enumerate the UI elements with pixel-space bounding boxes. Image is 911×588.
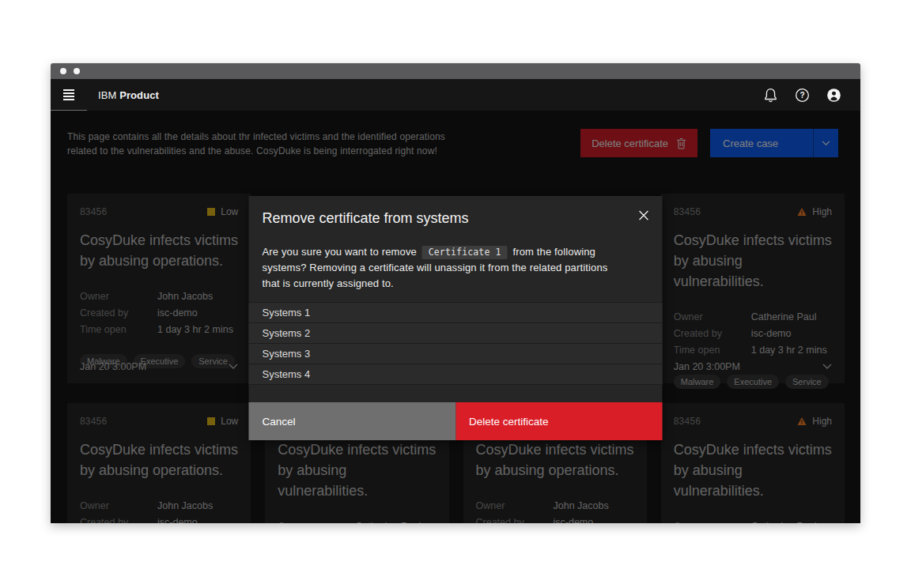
user-avatar-icon[interactable]	[818, 79, 849, 111]
notifications-bell-icon[interactable]	[754, 79, 786, 111]
app-window: IBM Product ? This page contains all the…	[51, 63, 860, 523]
brand-prefix: IBM	[98, 89, 116, 101]
svg-text:?: ?	[799, 91, 804, 100]
top-header: IBM Product ?	[51, 79, 860, 111]
modal-body-before: Are you sure you want to remove	[263, 246, 417, 258]
header-actions: ?	[754, 79, 860, 111]
confirm-delete-certificate-button[interactable]: Delete certificate	[456, 402, 663, 440]
app-frame: IBM Product ? This page contains all the…	[51, 79, 860, 523]
help-icon[interactable]: ?	[786, 79, 818, 111]
system-row[interactable]: Systems 1	[249, 303, 663, 323]
window-dot[interactable]	[74, 68, 80, 74]
menu-icon[interactable]	[51, 79, 87, 111]
close-icon[interactable]	[629, 200, 659, 230]
system-row[interactable]: Systems 4	[249, 364, 663, 385]
modal-footer: Cancel Delete certificate	[249, 402, 663, 440]
systems-list: Systems 1Systems 2Systems 3Systems 4	[249, 302, 663, 385]
system-row[interactable]: Systems 3	[249, 344, 663, 364]
modal-title: Remove certificate from systems	[249, 196, 663, 227]
system-row[interactable]: Systems 2	[249, 323, 663, 344]
cancel-button[interactable]: Cancel	[249, 402, 456, 440]
modal-body-text: Are you sure you want to remove Certific…	[263, 244, 609, 292]
brand-product: Product	[119, 89, 159, 101]
brand-title: IBM Product	[98, 89, 159, 101]
remove-certificate-modal: Remove certificate from systems Are you …	[249, 196, 663, 440]
window-chrome	[51, 63, 860, 79]
certificate-code-chip: Certificate 1	[422, 246, 508, 259]
window-dot[interactable]	[60, 68, 66, 74]
